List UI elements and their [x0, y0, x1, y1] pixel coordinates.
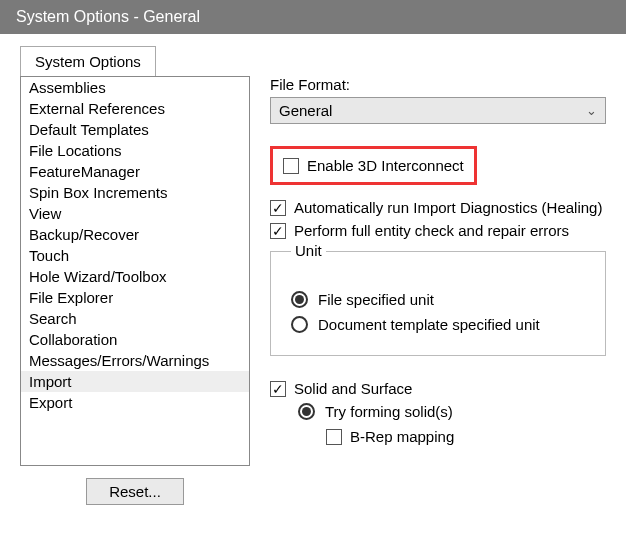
try-forming-row[interactable]: Try forming solid(s)	[298, 403, 606, 420]
tab-system-options[interactable]: System Options	[20, 46, 156, 76]
sidebar-item-export[interactable]: Export	[21, 392, 249, 413]
auto-diagnostics-label: Automatically run Import Diagnostics (He…	[294, 199, 602, 216]
sidebar-item-collaboration[interactable]: Collaboration	[21, 329, 249, 350]
unit-file-specified-row[interactable]: File specified unit	[291, 291, 591, 308]
file-format-dropdown[interactable]: General ⌄	[270, 97, 606, 124]
sidebar-item-assemblies[interactable]: Assemblies	[21, 77, 249, 98]
file-format-label: File Format:	[270, 76, 606, 93]
unit-fieldset: Unit File specified unit Document templa…	[270, 251, 606, 356]
sidebar-item-spin-box-increments[interactable]: Spin Box Increments	[21, 182, 249, 203]
enable-3d-label: Enable 3D Interconnect	[307, 157, 464, 174]
unit-file-specified-label: File specified unit	[318, 291, 434, 308]
settings-panel: File Format: General ⌄ Enable 3D Interco…	[250, 76, 606, 505]
entity-check-row[interactable]: ✓ Perform full entity check and repair e…	[270, 222, 606, 239]
highlight-box: Enable 3D Interconnect	[270, 146, 477, 185]
sidebar-item-search[interactable]: Search	[21, 308, 249, 329]
window-title: System Options - General	[0, 0, 626, 34]
entity-check-label: Perform full entity check and repair err…	[294, 222, 569, 239]
radio-checked-icon[interactable]	[291, 291, 308, 308]
sidebar-item-backup-recover[interactable]: Backup/Recover	[21, 224, 249, 245]
checkbox-unchecked-icon[interactable]	[283, 158, 299, 174]
enable-3d-interconnect-row[interactable]: Enable 3D Interconnect	[283, 157, 464, 174]
solid-surface-group: ✓ Solid and Surface Try forming solid(s)…	[270, 380, 606, 445]
solid-surface-label: Solid and Surface	[294, 380, 412, 397]
reset-button[interactable]: Reset...	[86, 478, 184, 505]
sidebar-item-default-templates[interactable]: Default Templates	[21, 119, 249, 140]
chevron-down-icon: ⌄	[586, 103, 597, 118]
radio-checked-icon[interactable]	[298, 403, 315, 420]
content-area: AssembliesExternal ReferencesDefault Tem…	[0, 76, 626, 517]
checkbox-checked-icon[interactable]: ✓	[270, 223, 286, 239]
sidebar-item-touch[interactable]: Touch	[21, 245, 249, 266]
brep-row[interactable]: B-Rep mapping	[326, 428, 606, 445]
sidebar-item-view[interactable]: View	[21, 203, 249, 224]
checkbox-checked-icon[interactable]: ✓	[270, 200, 286, 216]
sidebar-item-file-explorer[interactable]: File Explorer	[21, 287, 249, 308]
category-listbox[interactable]: AssembliesExternal ReferencesDefault Tem…	[20, 76, 250, 466]
file-format-value: General	[279, 102, 332, 119]
sidebar-item-file-locations[interactable]: File Locations	[21, 140, 249, 161]
solid-surface-row[interactable]: ✓ Solid and Surface	[270, 380, 606, 397]
sidebar-column: AssembliesExternal ReferencesDefault Tem…	[20, 76, 250, 505]
sidebar-item-external-references[interactable]: External References	[21, 98, 249, 119]
brep-label: B-Rep mapping	[350, 428, 454, 445]
tab-strip: System Options	[20, 46, 626, 76]
checkbox-checked-icon[interactable]: ✓	[270, 381, 286, 397]
sidebar-item-featuremanager[interactable]: FeatureManager	[21, 161, 249, 182]
sidebar-item-import[interactable]: Import	[21, 371, 249, 392]
sidebar-item-messages-errors-warnings[interactable]: Messages/Errors/Warnings	[21, 350, 249, 371]
checkbox-unchecked-icon[interactable]	[326, 429, 342, 445]
unit-doc-template-label: Document template specified unit	[318, 316, 540, 333]
auto-diagnostics-row[interactable]: ✓ Automatically run Import Diagnostics (…	[270, 199, 606, 216]
unit-legend: Unit	[291, 242, 326, 259]
radio-unchecked-icon[interactable]	[291, 316, 308, 333]
try-forming-label: Try forming solid(s)	[325, 403, 453, 420]
unit-doc-template-row[interactable]: Document template specified unit	[291, 316, 591, 333]
sidebar-item-hole-wizard-toolbox[interactable]: Hole Wizard/Toolbox	[21, 266, 249, 287]
